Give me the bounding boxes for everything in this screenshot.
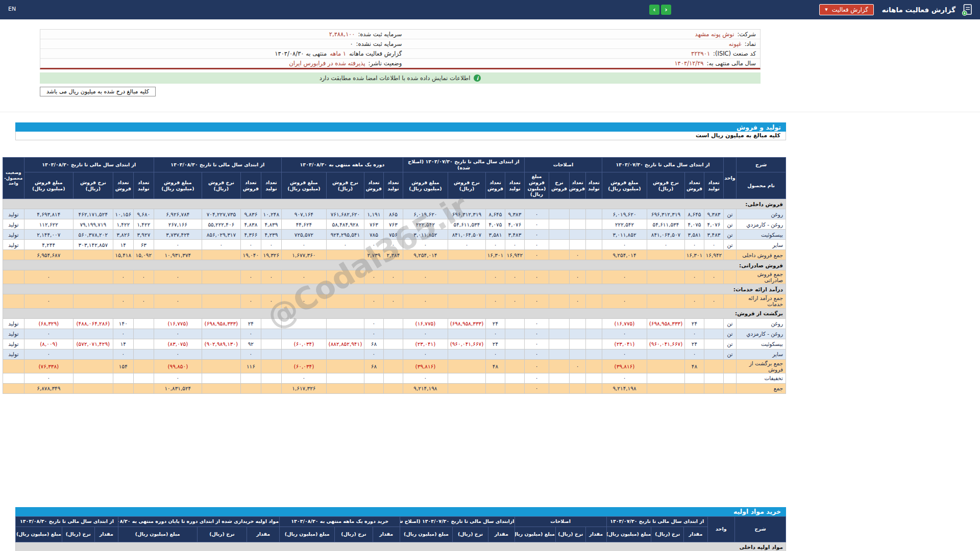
- company-value: نوش پونه مشهد: [695, 30, 734, 38]
- value-cell: [261, 359, 281, 373]
- value-cell: ۰: [403, 240, 448, 250]
- value-cell: ۰: [524, 294, 549, 308]
- value-cell: ۲۲۲,۵۴۲: [403, 219, 448, 230]
- value-cell: ۰: [24, 294, 73, 308]
- value-cell: ۰: [281, 373, 326, 383]
- value-cell: ۰: [602, 349, 647, 359]
- value-cell: [505, 339, 524, 349]
- sub-column-header: مقدار: [684, 527, 707, 542]
- value-cell: ۷۵۶: [383, 230, 403, 240]
- value-cell: ۴,۲۴۴: [24, 240, 73, 250]
- value-cell: ۰: [485, 240, 505, 250]
- value-cell: ۰: [448, 240, 485, 250]
- value-cell: ۰: [364, 349, 383, 359]
- value-cell: ۱۵,۰۹۲: [133, 250, 154, 260]
- value-cell: ۳,۴۸۳: [704, 230, 724, 240]
- value-cell: ۳,۵۸۱: [685, 230, 704, 240]
- value-cell: ۵۴,۶۱۱,۵۳۴: [448, 219, 485, 230]
- value-cell: ۰: [154, 349, 202, 359]
- product-name-cell: سایر: [737, 349, 786, 359]
- value-cell: ۰: [524, 270, 549, 284]
- page-title: گزارش فعالیت ماهانه: [882, 6, 955, 14]
- sub-column-header: مبلغ (میلیون ریال): [514, 527, 555, 542]
- sub-column-header: نرخ (ریال): [651, 527, 684, 542]
- value-cell: [281, 318, 326, 329]
- value-cell: ۹,۲۱۴,۱۹۸: [602, 383, 647, 393]
- info-icon: i: [474, 74, 481, 82]
- value-cell: ۷۶۱,۶۸۲,۶۲۰: [326, 209, 364, 219]
- value-cell: [281, 329, 326, 339]
- sub-column-header: تعداد تولید: [585, 172, 602, 199]
- value-cell: (۸۳,۰۷۵): [154, 339, 202, 349]
- period-group-header-5: از ابتدای سال مالی تا تاریخ ۱۴۰۳/۰۸/۳۰: [24, 158, 154, 172]
- sub-column-header: مبلغ (میلیون ریال): [280, 527, 335, 542]
- info-row: شرکت: نوش پونه مشهد سرمایه ثبت شده: ۲,۴۸…: [40, 30, 760, 39]
- value-cell: ۰: [240, 240, 261, 250]
- value-cell: ۰: [383, 294, 403, 308]
- value-cell: ۰: [154, 373, 202, 383]
- value-cell: [585, 318, 602, 329]
- value-cell: [505, 349, 524, 359]
- value-cell: ۰: [281, 270, 326, 284]
- value-cell: ۵۴,۶۱۱,۵۳۴: [647, 219, 685, 230]
- raw-materials-header: خرید مواد اولیه: [15, 507, 786, 516]
- value-cell: [647, 349, 685, 359]
- value-cell: [549, 318, 569, 329]
- value-cell: ۴۶۲,۱۷۱,۵۲۴: [73, 209, 113, 219]
- value-cell: [261, 329, 281, 339]
- sub-column-header: مبلغ (میلیون ریال): [118, 527, 197, 542]
- value-cell: (۶۹۸,۹۵۸,۳۳۳): [202, 318, 240, 329]
- language-switch[interactable]: EN: [8, 6, 16, 12]
- value-cell: ۹,۳۸۳: [704, 209, 724, 219]
- value-cell: ۲,۷۳۹: [364, 250, 383, 260]
- value-cell: ۰: [326, 240, 364, 250]
- value-cell: ۰: [364, 329, 383, 339]
- product-status-cell: [3, 359, 24, 373]
- value-cell: ۰: [524, 383, 549, 393]
- desc-column-header: شرح: [735, 516, 786, 542]
- company-label: شرکت:: [737, 30, 756, 38]
- value-cell: (۹۶۰,۰۴۱,۶۶۷): [448, 339, 485, 349]
- value-cell: [448, 270, 485, 284]
- section-row: فروش صادراتی:: [3, 260, 786, 270]
- table-row: جمع برگشت از فروش۴۸(۳۹,۸۱۶)۰۰۴۸(۳۹,۸۱۶)۶…: [3, 359, 786, 373]
- value-cell: ۴,۰۷۶: [704, 219, 724, 230]
- value-cell: ۰: [524, 219, 549, 230]
- value-cell: ۰: [485, 294, 505, 308]
- value-cell: ۷۲۵,۵۷۲: [281, 230, 326, 240]
- sub-column-header: نرخ (ریال): [453, 527, 488, 542]
- unit-cell: تن: [724, 209, 737, 219]
- value-cell: ۰: [647, 240, 685, 250]
- value-cell: [448, 329, 485, 339]
- value-cell: ۹,۲۱۴,۱۹۸: [403, 383, 448, 393]
- section-row: مواد اولیه داخلی: [16, 542, 786, 551]
- value-cell: ۱۶,۹۴۲: [505, 250, 524, 260]
- value-cell: ۰: [403, 270, 448, 284]
- value-cell: ۴,۰۷۵: [685, 219, 704, 230]
- value-cell: [73, 329, 113, 339]
- report-type-dropdown[interactable]: گزارش فعالیت ▼: [819, 4, 873, 15]
- sub-column-header: مقدار: [373, 527, 400, 542]
- value-cell: (۷۶,۳۳۸): [24, 359, 73, 373]
- value-cell: [704, 383, 724, 393]
- value-cell: (۱۶,۷۷۵): [154, 318, 202, 329]
- value-cell: ۱۰,۸۳۱,۵۲۴: [154, 383, 202, 393]
- value-cell: ۰: [261, 240, 281, 250]
- value-cell: ۹۰۷,۱۶۴: [281, 209, 326, 219]
- value-cell: ۹,۸۳۶: [240, 209, 261, 219]
- chevron-down-icon: ▼: [825, 8, 827, 12]
- sub-column-header: نرخ فروش (ریال): [202, 172, 240, 199]
- value-cell: ۲۴: [485, 339, 505, 349]
- value-cell: [549, 329, 569, 339]
- value-cell: ۱۴: [113, 339, 133, 349]
- value-cell: [133, 349, 154, 359]
- unit-cell: تن: [724, 318, 737, 329]
- nav-left-button[interactable]: ‹: [649, 5, 659, 15]
- value-cell: ۱۴: [113, 240, 133, 250]
- table-row: روغنتن۲۴(۶۹۸,۹۵۸,۳۳۳)(۱۶,۷۷۵)۰۲۴(۶۹۸,۹۵۸…: [3, 318, 786, 329]
- value-cell: [585, 383, 602, 393]
- value-cell: [448, 383, 485, 393]
- nav-right-button[interactable]: ›: [661, 5, 671, 15]
- value-cell: [569, 219, 585, 230]
- sub-column-header: مقدار: [94, 527, 118, 542]
